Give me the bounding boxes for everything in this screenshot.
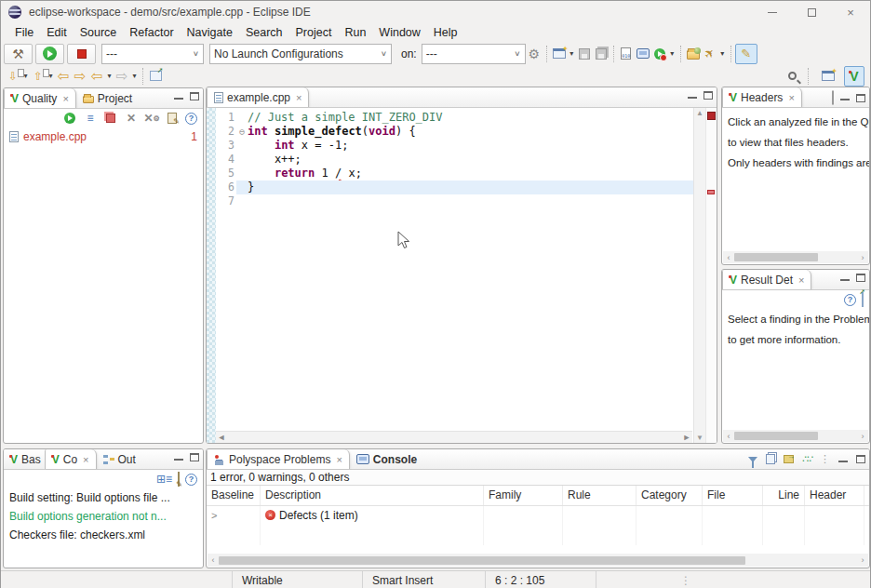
- menu-refactor[interactable]: Refactor: [123, 24, 180, 41]
- last-edit-location-icon[interactable]: ⇦: [55, 68, 72, 85]
- tab-polyspace-problems[interactable]: Polyspace Problems ×: [207, 449, 350, 469]
- next-annotation-icon[interactable]: ⇩: [5, 68, 21, 85]
- tab-outline[interactable]: Out: [97, 449, 142, 469]
- scroll-right-icon[interactable]: ›: [857, 253, 868, 262]
- run-dropdown-icon[interactable]: ▾: [668, 49, 677, 58]
- annotation-ruler[interactable]: [207, 108, 216, 443]
- menu-navigate[interactable]: Navigate: [181, 24, 239, 41]
- code-line-4[interactable]: 4 x++;: [216, 153, 693, 167]
- scroll-left-icon[interactable]: ‹: [723, 253, 734, 262]
- filter-icon[interactable]: [748, 457, 757, 462]
- tab-editor-example-cpp[interactable]: example.cpp ×: [207, 87, 309, 107]
- problems-horizontal-scrollbar[interactable]: ‹ ›: [208, 554, 868, 567]
- close-tab-icon[interactable]: ×: [336, 454, 342, 465]
- show-results-icon[interactable]: ≡: [83, 111, 98, 126]
- scroll-down-icon[interactable]: ▼: [696, 434, 704, 442]
- scroll-up-icon[interactable]: ▲: [696, 109, 704, 117]
- close-tab-icon[interactable]: ×: [296, 92, 302, 103]
- clear-icon[interactable]: ✕: [124, 111, 139, 126]
- minimize-view-icon[interactable]: [688, 97, 697, 100]
- scroll-right-icon[interactable]: ›: [857, 555, 868, 565]
- scroll-left-icon[interactable]: ‹: [723, 432, 734, 441]
- previous-annotation-icon[interactable]: ⇧: [30, 68, 47, 85]
- menu-run[interactable]: Run: [338, 24, 372, 41]
- problems-table-row-defects[interactable]: >×Defects (1 item): [207, 506, 869, 524]
- minimize-view-icon[interactable]: [840, 279, 850, 282]
- export-icon[interactable]: [784, 455, 794, 463]
- overview-ruler[interactable]: [705, 108, 717, 443]
- code-line-6[interactable]: 6}: [216, 180, 693, 194]
- run-button[interactable]: [35, 44, 64, 64]
- help-icon[interactable]: ?: [844, 294, 856, 306]
- code-line-1[interactable]: 1// Just a simple INT_ZERO_DIV: [216, 111, 693, 125]
- scroll-right-icon[interactable]: ►: [681, 433, 692, 442]
- back-dropdown-icon[interactable]: ▾: [105, 72, 114, 80]
- minimize-view-icon[interactable]: [174, 98, 183, 100]
- run-verification-icon[interactable]: [651, 46, 668, 62]
- build-config-combo[interactable]: ---∨: [101, 44, 204, 64]
- maximize-view-icon[interactable]: [856, 94, 865, 102]
- scroll-left-icon[interactable]: ◄: [216, 433, 227, 442]
- remove-results-icon[interactable]: [103, 111, 118, 126]
- view-menu-icon[interactable]: ⋮: [820, 453, 830, 465]
- close-button[interactable]: ×: [831, 1, 870, 23]
- minimize-view-icon[interactable]: [174, 459, 183, 461]
- launch-config-combo[interactable]: No Launch Configurations∨: [209, 44, 392, 64]
- close-tab-icon[interactable]: ×: [83, 454, 88, 465]
- scroll-right-icon[interactable]: ›: [857, 432, 868, 441]
- launch-dropdown-icon[interactable]: ▾: [718, 49, 727, 58]
- maximize-view-icon[interactable]: [704, 91, 713, 100]
- save-all-icon[interactable]: [593, 46, 610, 62]
- menu-window[interactable]: Window: [372, 24, 426, 41]
- report-icon[interactable]: [178, 473, 180, 486]
- save-icon[interactable]: [576, 46, 593, 62]
- eraser-icon[interactable]: [832, 91, 834, 104]
- code-line-3[interactable]: 3 int x = -1;: [216, 139, 693, 153]
- annotate-pen-button[interactable]: ✎: [735, 44, 757, 64]
- clear-settings-icon[interactable]: ✕⚙: [144, 111, 159, 126]
- launch-rocket-icon[interactable]: ✈: [702, 46, 718, 62]
- column-header-rule[interactable]: Rule: [563, 486, 636, 505]
- maximize-view-icon[interactable]: [190, 92, 199, 100]
- expander-icon[interactable]: >: [211, 510, 217, 521]
- link-editor-icon[interactable]: [147, 68, 164, 85]
- menu-search[interactable]: Search: [239, 24, 289, 41]
- back-icon[interactable]: ⇦: [88, 68, 105, 85]
- close-tab-icon[interactable]: ×: [798, 274, 804, 286]
- tab-baseline[interactable]: V Bas: [4, 449, 45, 469]
- copy-icon[interactable]: [766, 454, 775, 464]
- headers-horizontal-scrollbar[interactable]: ‹ ›: [723, 251, 868, 263]
- next-edit-location-icon[interactable]: ⇨: [72, 68, 88, 85]
- close-tab-icon[interactable]: ×: [788, 92, 794, 103]
- build-button[interactable]: ⚒: [4, 44, 33, 64]
- column-header-file[interactable]: File: [703, 486, 763, 505]
- close-tab-icon[interactable]: ×: [62, 93, 68, 104]
- maximize-button[interactable]: [792, 1, 831, 23]
- console-icon[interactable]: [635, 46, 651, 62]
- menu-help[interactable]: Help: [427, 24, 464, 41]
- tab-result-details[interactable]: V Result Det ×: [722, 270, 811, 289]
- maximize-view-icon[interactable]: [856, 274, 865, 282]
- linked-tree-icon[interactable]: ∴∵: [802, 453, 811, 465]
- menu-file[interactable]: File: [8, 24, 40, 41]
- open-in-new-window-icon[interactable]: [862, 293, 864, 306]
- maximize-view-icon[interactable]: [190, 453, 199, 461]
- statusbar-insert-mode[interactable]: Smart Insert: [362, 571, 485, 588]
- fold-collapse-icon[interactable]: ⊖: [236, 125, 248, 139]
- search-icon[interactable]: [788, 72, 797, 80]
- quality-file-row[interactable]: example.cpp 1: [4, 127, 203, 146]
- overview-error-marker[interactable]: [707, 190, 715, 194]
- stop-button[interactable]: [67, 44, 96, 64]
- report-icon[interactable]: [165, 111, 180, 126]
- tree-view-icon[interactable]: ⊞≡: [156, 473, 172, 486]
- new-wizard-dropdown-icon[interactable]: ▾: [568, 49, 576, 58]
- open-perspective-icon[interactable]: [820, 68, 837, 85]
- scroll-left-icon[interactable]: ‹: [208, 555, 219, 565]
- binary-file-icon[interactable]: 010: [618, 46, 635, 62]
- tab-headers[interactable]: V Headers ×: [722, 87, 802, 107]
- target-combo[interactable]: ---∨: [422, 44, 526, 64]
- result-horizontal-scrollbar[interactable]: ‹ ›: [723, 430, 868, 442]
- column-header-line[interactable]: Line: [763, 486, 805, 505]
- column-header-header[interactable]: Header: [805, 486, 864, 505]
- minimize-view-icon[interactable]: [838, 461, 848, 463]
